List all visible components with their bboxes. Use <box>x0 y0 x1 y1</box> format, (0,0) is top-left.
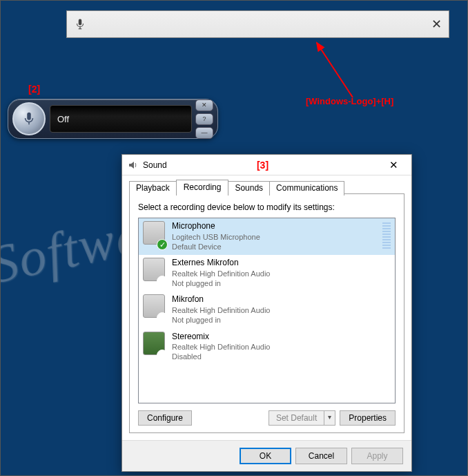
close-icon[interactable]: ✕ <box>431 17 442 32</box>
tab-panel-recording: Select a recording device below to modif… <box>129 193 404 433</box>
tab-sounds[interactable]: Sounds <box>228 181 270 196</box>
device-icon: ↓ <box>143 258 166 285</box>
device-name: Microphone <box>172 221 374 232</box>
device-name: Mikrofon <box>172 294 391 305</box>
disabled-icon: ↓ <box>157 350 168 361</box>
device-item[interactable]: ↓ Mikrofon Realtek High Definition Audio… <box>139 292 395 328</box>
tab-strip: Playback Recording Sounds Communications <box>129 180 404 194</box>
svg-rect-0 <box>79 19 82 26</box>
unplugged-icon: ↓ <box>157 312 168 323</box>
svg-rect-4 <box>27 113 31 120</box>
unplugged-icon: ↓ <box>157 276 168 287</box>
set-default-button[interactable]: Set Default ▾ <box>269 410 335 426</box>
device-item[interactable]: ↓ Externes Mikrofon Realtek High Definit… <box>139 255 395 292</box>
device-name: Stereomix <box>172 332 391 343</box>
dialog-close-button[interactable]: ✕ <box>380 159 407 171</box>
svg-line-3 <box>317 43 353 97</box>
speech-mic-button[interactable] <box>12 102 46 135</box>
device-desc: Realtek High Definition Audio <box>172 342 391 352</box>
dialog-title: Sound <box>143 160 254 170</box>
device-icon: ↓ <box>143 294 166 322</box>
speech-help-button[interactable]: ? <box>195 113 213 125</box>
titlebar: Sound [3] ✕ <box>122 155 411 175</box>
cancel-button[interactable]: Cancel <box>295 448 347 464</box>
apply-button[interactable]: Apply <box>351 448 403 464</box>
sound-icon <box>128 160 139 171</box>
device-name: Externes Mikrofon <box>172 258 391 269</box>
dictation-bar: ✕ <box>66 10 449 38</box>
dialog-button-row: OK Cancel Apply <box>122 440 411 471</box>
device-desc: Logitech USB Microphone <box>172 232 374 242</box>
sound-dialog: Sound [3] ✕ Playback Recording Sounds Co… <box>121 154 412 472</box>
device-status: Default Device <box>172 242 374 251</box>
ok-button[interactable]: OK <box>240 448 291 464</box>
device-desc: Realtek High Definition Audio <box>172 305 391 315</box>
speech-close-button[interactable]: ✕ <box>195 99 213 111</box>
properties-button[interactable]: Properties <box>340 410 396 426</box>
device-desc: Realtek High Definition Audio <box>172 269 391 278</box>
annotation-hotkey: [Windows-Logo]+[H] <box>306 96 393 106</box>
microphone-icon <box>74 18 86 30</box>
level-meter <box>382 221 391 249</box>
device-item[interactable]: ✓ Microphone Logitech USB Microphone Def… <box>139 218 395 255</box>
device-status: Not plugged in <box>172 315 391 325</box>
annotation-2: [2] <box>28 84 40 95</box>
microphone-icon <box>21 111 37 126</box>
device-status: Disabled <box>172 352 391 361</box>
device-item[interactable]: ↓ Stereomix Realtek High Definition Audi… <box>139 329 395 365</box>
device-icon: ↓ <box>143 332 166 359</box>
tab-communications[interactable]: Communications <box>269 181 344 196</box>
device-status: Not plugged in <box>172 278 391 288</box>
speech-recognition-widget: Off ✕ ? — <box>8 99 218 139</box>
device-icon: ✓ <box>143 221 166 249</box>
tab-playback[interactable]: Playback <box>129 181 177 196</box>
instruction-text: Select a recording device below to modif… <box>138 202 396 212</box>
annotation-3: [3] <box>257 160 269 171</box>
chevron-down-icon: ▾ <box>324 411 335 425</box>
speech-status-display: Off <box>50 105 192 133</box>
tab-recording[interactable]: Recording <box>176 180 229 194</box>
device-list[interactable]: ✓ Microphone Logitech USB Microphone Def… <box>138 218 396 403</box>
speech-minimize-button[interactable]: — <box>195 127 213 139</box>
configure-button[interactable]: Configure <box>138 410 192 426</box>
check-icon: ✓ <box>157 239 168 250</box>
